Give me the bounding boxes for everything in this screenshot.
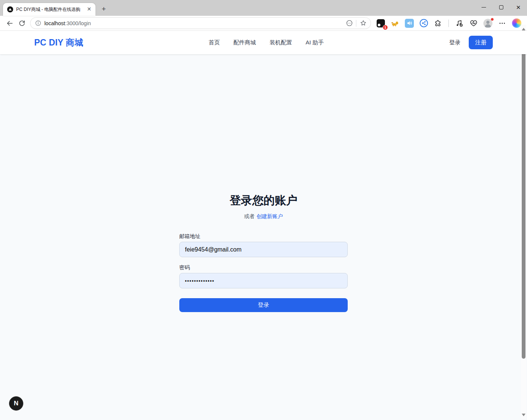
settings-more-button[interactable] bbox=[497, 18, 507, 29]
refresh-icon bbox=[18, 20, 26, 27]
tab-title: PC DIY商城 - 电脑配件在线选购 bbox=[16, 6, 86, 13]
browser-titlebar: PC DIY商城 - 电脑配件在线选购 ✕ + ✕ bbox=[0, 0, 527, 16]
login-submit-button[interactable]: 登录 bbox=[179, 298, 348, 312]
url-text: localhost:3000/login bbox=[44, 20, 344, 26]
password-group: 密码 bbox=[179, 264, 348, 288]
nav-parts-store[interactable]: 配件商城 bbox=[233, 39, 256, 46]
more-menu-icon bbox=[498, 20, 506, 27]
login-title: 登录您的账户 bbox=[0, 194, 527, 207]
register-button[interactable]: 注册 bbox=[469, 36, 493, 49]
page-viewport: PC DIY 商城 首页 配件商城 装机配置 AI 助手 登录 注册 登录您的账… bbox=[0, 31, 527, 420]
scrollbar-up-arrow-icon[interactable] bbox=[522, 28, 525, 30]
url-host: localhost bbox=[44, 20, 65, 26]
page-actions-button[interactable] bbox=[344, 18, 354, 29]
profile-avatar-icon bbox=[483, 18, 493, 28]
cat-extension-button[interactable] bbox=[390, 18, 400, 29]
close-button[interactable]: ✕ bbox=[510, 0, 527, 14]
extensions-menu-button[interactable] bbox=[433, 18, 443, 29]
site-favicon-icon bbox=[7, 6, 13, 12]
main-nav: 首页 配件商城 装机配置 AI 助手 bbox=[209, 39, 324, 46]
maximize-icon bbox=[499, 5, 503, 9]
share-extension-button[interactable] bbox=[418, 18, 429, 29]
extension-dark-button[interactable]: 1 bbox=[376, 18, 386, 29]
back-button[interactable] bbox=[4, 17, 16, 29]
password-label: 密码 bbox=[179, 264, 348, 271]
subtitle-prefix: 或者 bbox=[244, 213, 255, 219]
copilot-icon bbox=[512, 18, 521, 28]
login-subtitle: 或者创建新账户 bbox=[0, 212, 527, 220]
create-account-link[interactable]: 创建新账户 bbox=[257, 213, 283, 219]
back-icon bbox=[6, 20, 14, 27]
nav-build-config[interactable]: 装机配置 bbox=[270, 39, 292, 46]
browser-essentials-button[interactable] bbox=[468, 18, 479, 29]
nav-ai-assistant[interactable]: AI 助手 bbox=[306, 39, 324, 46]
ellipsis-circle-icon bbox=[346, 20, 353, 27]
heart-pulse-icon bbox=[469, 19, 478, 27]
music-note-icon bbox=[455, 19, 463, 27]
auth-actions: 登录 注册 bbox=[449, 36, 493, 49]
info-icon bbox=[35, 20, 41, 26]
nextjs-devtools-button[interactable]: N bbox=[9, 396, 23, 411]
login-form: 邮箱地址 密码 登录 bbox=[179, 232, 348, 312]
share-extension-icon bbox=[419, 18, 429, 28]
star-icon bbox=[360, 20, 367, 27]
scrollbar-thumb[interactable] bbox=[522, 33, 525, 359]
puzzle-extensions-icon bbox=[434, 19, 442, 27]
maximize-button[interactable] bbox=[492, 0, 510, 14]
browser-toolbar: localhost:3000/login 1 bbox=[0, 16, 527, 31]
login-section: 登录您的账户 或者创建新账户 邮箱地址 密码 登录 bbox=[0, 54, 527, 312]
site-logo[interactable]: PC DIY 商城 bbox=[34, 37, 83, 49]
browser-tab[interactable]: PC DIY商城 - 电脑配件在线选购 ✕ bbox=[3, 3, 95, 16]
nav-home[interactable]: 首页 bbox=[209, 39, 220, 46]
email-label: 邮箱地址 bbox=[179, 232, 348, 240]
copilot-button[interactable] bbox=[511, 18, 522, 29]
minimize-button[interactable] bbox=[475, 0, 492, 14]
favorite-button[interactable] bbox=[358, 18, 368, 29]
site-header: PC DIY 商城 首页 配件商城 装机配置 AI 助手 登录 注册 bbox=[0, 31, 527, 54]
speaker-extension-icon bbox=[405, 19, 414, 28]
header-login-link[interactable]: 登录 bbox=[449, 39, 460, 46]
tab-close-icon[interactable]: ✕ bbox=[86, 6, 92, 13]
password-field[interactable] bbox=[179, 273, 348, 288]
extensions-row: 1 bbox=[374, 18, 523, 29]
omnibox-divider bbox=[356, 20, 356, 27]
profile-button[interactable] bbox=[483, 18, 493, 29]
email-field[interactable] bbox=[179, 242, 348, 257]
close-icon: ✕ bbox=[516, 5, 521, 10]
cat-extension-icon bbox=[391, 19, 400, 28]
new-tab-button[interactable]: + bbox=[98, 4, 109, 14]
minimize-icon bbox=[482, 7, 486, 8]
address-bar[interactable]: localhost:3000/login bbox=[30, 17, 371, 29]
page-scrollbar[interactable] bbox=[521, 25, 526, 419]
profile-notification-dot bbox=[491, 18, 494, 21]
scrollbar-down-arrow-icon[interactable] bbox=[522, 414, 525, 416]
extension-badge: 1 bbox=[383, 25, 388, 30]
speaker-extension-button[interactable] bbox=[404, 18, 415, 29]
window-controls: ✕ bbox=[475, 0, 527, 16]
toolbar-divider bbox=[448, 20, 449, 27]
nextjs-icon: N bbox=[14, 400, 18, 407]
refresh-button[interactable] bbox=[16, 17, 28, 29]
url-path: :3000/login bbox=[65, 20, 91, 26]
media-controls-button[interactable] bbox=[454, 18, 465, 29]
